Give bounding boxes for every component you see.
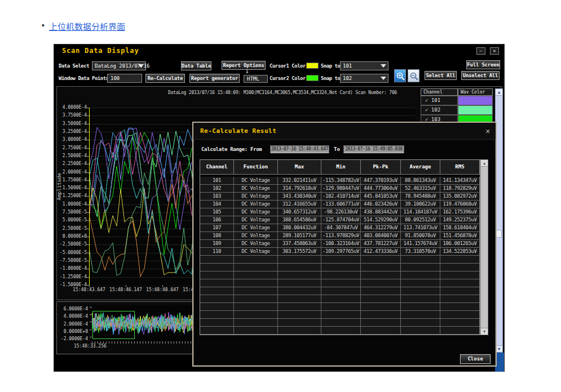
result-cell: 107 bbox=[200, 224, 234, 232]
report-options-button[interactable]: Report Options bbox=[222, 61, 266, 70]
range-from-field[interactable]: 2013-07-16 15:48:43.647 bbox=[270, 145, 329, 153]
result-cell: 134.522853uV bbox=[440, 248, 480, 256]
result-empty-cell bbox=[234, 295, 278, 303]
result-cell: 78.945488uV bbox=[401, 193, 440, 201]
data-select-dropdown[interactable]: DataLog 2013/07/16 bbox=[92, 61, 146, 70]
channel-row[interactable]: ✓ 102 bbox=[421, 105, 493, 115]
scrollbar-thumb[interactable] bbox=[496, 230, 502, 238]
y-axis-tick-label: 7.5000E-5 bbox=[63, 210, 87, 215]
cursor2-color-swatch[interactable] bbox=[306, 75, 319, 81]
window-titlebar[interactable]: Scan Data Display — ✕ bbox=[54, 44, 504, 57]
result-cell: -115.348782uV bbox=[321, 177, 361, 185]
section-link[interactable]: 上位机数据分析界面 bbox=[49, 22, 125, 32]
cursor1-line[interactable] bbox=[89, 108, 90, 285]
result-cell: 101 bbox=[200, 177, 234, 185]
magnifier-plus-icon bbox=[396, 72, 405, 81]
data-table-button[interactable]: Data Table bbox=[181, 61, 211, 70]
scroll-down-icon[interactable]: ▼ bbox=[481, 328, 488, 335]
dialog-close-icon[interactable]: ✕ bbox=[485, 127, 490, 135]
result-cell: 388.654586uV bbox=[278, 216, 321, 224]
result-empty-cell bbox=[278, 327, 321, 335]
result-column-header: Max bbox=[278, 160, 321, 175]
result-cell: 438.883442uV bbox=[361, 208, 401, 216]
result-cell: -129.980447uV bbox=[321, 185, 361, 193]
full-screen-button[interactable]: Full Screen bbox=[466, 60, 500, 69]
result-cell: -100.323164uV bbox=[321, 240, 361, 248]
result-empty-cell bbox=[401, 295, 440, 303]
zoom-in-button[interactable] bbox=[394, 69, 406, 82]
result-row: 109DC Voltage337.458063uV-100.323164uV43… bbox=[200, 240, 480, 248]
y-axis-tick-label: -5.0000E-5 bbox=[60, 250, 87, 255]
y-axis-tick-label: 2.5000E-4 bbox=[63, 153, 87, 158]
snap2-dropdown[interactable]: 102 bbox=[340, 74, 388, 83]
result-table-scrollbar[interactable]: ▲ ▼ bbox=[480, 159, 488, 335]
scroll-up-icon[interactable]: ▲ bbox=[496, 89, 502, 96]
window-data-points-label: Window Data Points bbox=[59, 75, 109, 81]
recalculate-button[interactable]: Re-Calculate bbox=[145, 74, 185, 83]
channel-checkbox-label[interactable]: ✓ 101 bbox=[421, 96, 458, 105]
result-empty-cell bbox=[401, 287, 440, 295]
result-empty-cell bbox=[361, 295, 401, 303]
cursor1-color-swatch[interactable] bbox=[306, 63, 319, 69]
report-format-field[interactable]: HTML bbox=[244, 75, 268, 83]
close-icon[interactable]: ✕ bbox=[490, 47, 499, 55]
result-cell: 141.157674uV bbox=[401, 240, 440, 248]
overview-y-tick-label: 0.0000E+0 bbox=[64, 329, 88, 334]
range-to-field[interactable]: 2013-07-16 15:49:05.838 bbox=[343, 145, 404, 153]
minimize-icon[interactable]: — bbox=[476, 47, 485, 55]
scroll-up-icon[interactable]: ▲ bbox=[481, 160, 488, 167]
dialog-titlebar[interactable]: Re-Calculate Result ✕ bbox=[193, 123, 496, 140]
zoom-selection-rectangle[interactable] bbox=[92, 311, 135, 339]
result-empty-cell bbox=[278, 264, 321, 271]
result-cell: -102.410714uV bbox=[321, 193, 361, 201]
y-axis-tick-label: 1.7500E-4 bbox=[63, 177, 87, 182]
snap1-value: 101 bbox=[343, 62, 352, 70]
result-empty-cell bbox=[361, 264, 401, 271]
y-axis-tick-label: 1.0000E-4 bbox=[63, 202, 87, 207]
result-empty-cell bbox=[200, 295, 234, 303]
overview-y-tick-label: -2.0000E-4 bbox=[61, 336, 88, 341]
result-row: 110DC Voltage303.175572uV-109.297765uV41… bbox=[200, 248, 480, 256]
result-cell: 289.105177uV bbox=[278, 232, 321, 240]
magnifier-minus-icon bbox=[409, 72, 419, 81]
channel-column-header: Channel bbox=[421, 88, 458, 96]
result-empty-cell bbox=[200, 287, 234, 295]
result-cell: -133.606771uV bbox=[321, 201, 361, 208]
result-empty-cell bbox=[200, 303, 234, 311]
report-generator-button[interactable]: Report generator bbox=[189, 74, 240, 83]
result-empty-row bbox=[200, 264, 480, 271]
result-empty-cell bbox=[361, 271, 401, 279]
result-empty-cell bbox=[321, 279, 361, 287]
zoom-out-button[interactable] bbox=[408, 69, 419, 82]
dialog-close-button[interactable]: Close bbox=[460, 354, 491, 364]
list-bullet: • bbox=[42, 21, 45, 30]
result-empty-row bbox=[200, 327, 480, 335]
result-empty-cell bbox=[234, 303, 278, 311]
result-empty-cell bbox=[361, 279, 401, 287]
result-cell: 108 bbox=[200, 232, 234, 240]
snap1-dropdown[interactable]: 101 bbox=[340, 61, 388, 70]
result-empty-cell bbox=[321, 327, 361, 335]
channel-checkbox-label[interactable]: ✓ 102 bbox=[421, 105, 458, 115]
result-cell: 109 bbox=[200, 240, 234, 248]
chevron-down-icon bbox=[381, 77, 386, 80]
result-cell: 73.310570uV bbox=[401, 248, 440, 256]
result-cell: 102 bbox=[200, 185, 234, 193]
y-axis-tick-label: 3.5000E-4 bbox=[63, 121, 87, 126]
result-cell: 312.416655uV bbox=[278, 201, 321, 208]
result-row: 104DC Voltage312.416655uV-133.606771uV44… bbox=[200, 201, 480, 208]
result-cell: DC Voltage bbox=[234, 193, 278, 201]
result-empty-cell bbox=[440, 311, 480, 319]
select-all-button[interactable]: Select All bbox=[425, 71, 457, 80]
window-data-points-input[interactable]: 100 bbox=[107, 74, 142, 83]
result-empty-cell bbox=[234, 287, 278, 295]
y-axis-tick-label: 2.0000E-4 bbox=[63, 170, 87, 175]
result-column-header: RMS bbox=[440, 160, 480, 175]
result-cell: 337.458063uV bbox=[278, 240, 321, 248]
channel-row[interactable]: ✓ 101 bbox=[421, 96, 493, 105]
result-cell: 110 bbox=[200, 248, 234, 256]
result-cell: 114.184187uV bbox=[401, 208, 440, 216]
result-empty-cell bbox=[321, 303, 361, 311]
unselect-all-button[interactable]: Unselect All bbox=[461, 71, 500, 80]
result-empty-cell bbox=[278, 295, 321, 303]
